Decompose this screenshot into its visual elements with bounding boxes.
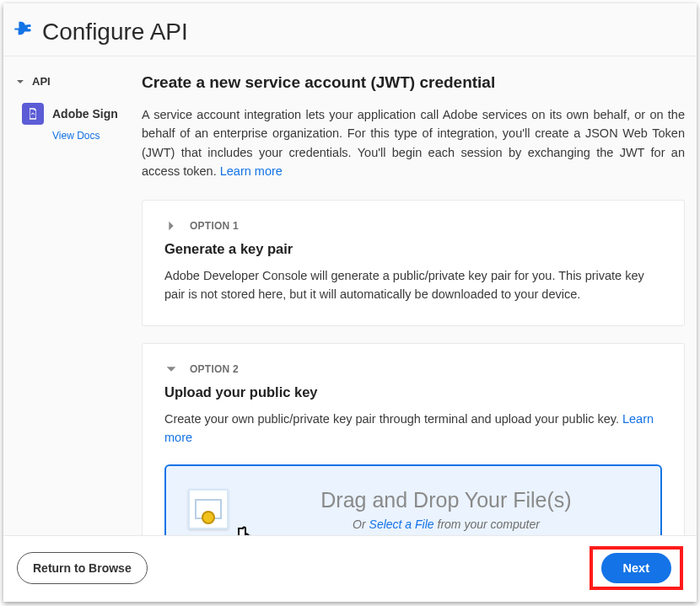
api-group-header[interactable]: API: [15, 73, 137, 103]
plug-icon: [12, 19, 34, 45]
main-description: A service account integration lets your …: [142, 105, 685, 181]
learn-more-link[interactable]: Learn more: [220, 164, 283, 178]
page-title: Configure API: [42, 19, 188, 46]
option-description: Adobe Developer Console will generate a …: [164, 267, 662, 304]
dropzone-sub-text: Or Select a File from your computer: [254, 518, 638, 531]
option-description: Create your own public/private key pair …: [164, 410, 662, 448]
dropzone-main-text: Drag and Drop Your File(s): [254, 488, 638, 512]
sidebar: API Adobe Sign View Docs: [15, 73, 137, 594]
option-1-card[interactable]: OPTION 1 Generate a key pair Adobe Devel…: [142, 200, 685, 327]
chevron-right-icon: [164, 219, 178, 233]
main-title: Create a new service account (JWT) crede…: [142, 73, 685, 92]
sidebar-item-adobe-sign[interactable]: Adobe Sign: [15, 103, 137, 125]
adobe-sign-icon: [22, 103, 44, 125]
footer: Return to Browse Next: [3, 535, 697, 602]
option-title: Generate a key pair: [164, 241, 662, 257]
chevron-down-icon: [164, 362, 178, 376]
page-header: Configure API: [3, 3, 697, 56]
option-title: Upload your public key: [164, 384, 662, 400]
sidebar-item-label: Adobe Sign: [52, 107, 118, 121]
option-label: OPTION 1: [190, 220, 239, 232]
view-docs-link[interactable]: View Docs: [52, 130, 137, 142]
api-group-label: API: [32, 75, 51, 88]
select-file-link[interactable]: Select a File: [369, 518, 434, 531]
certificate-icon: [188, 489, 229, 529]
next-button[interactable]: Next: [601, 553, 671, 583]
next-button-highlight: Next: [590, 546, 683, 590]
option-label: OPTION 2: [190, 363, 239, 375]
main-content: Create a new service account (JWT) crede…: [137, 73, 685, 594]
return-to-browse-button[interactable]: Return to Browse: [17, 552, 148, 584]
chevron-down-icon: [15, 77, 25, 87]
